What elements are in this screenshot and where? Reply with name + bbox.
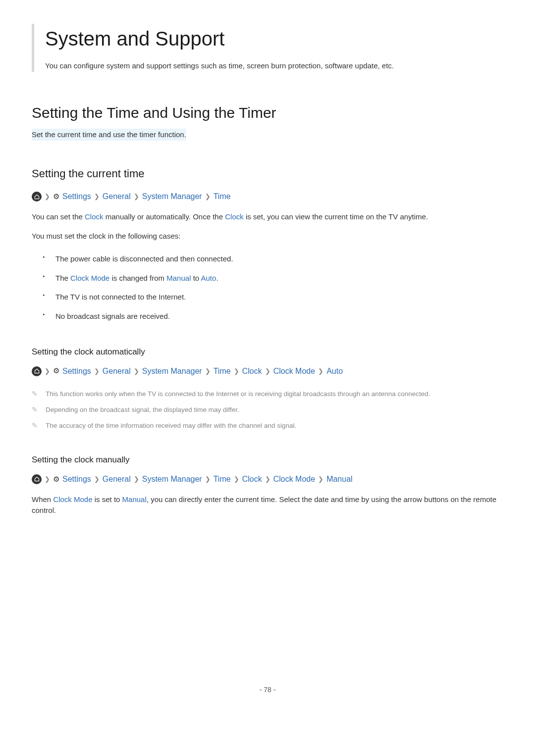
breadcrumb-system-manager[interactable]: System Manager: [142, 191, 202, 202]
chevron-right-icon: ❯: [205, 192, 211, 202]
breadcrumb-settings[interactable]: Settings: [62, 191, 91, 202]
text: manually or automatically. Once the: [104, 212, 225, 221]
note-icon: ✎: [32, 405, 38, 415]
breadcrumb-general[interactable]: General: [103, 365, 131, 377]
note: ✎ The accuracy of the time information r…: [32, 418, 503, 434]
paragraph: You can set the Clock manually or automa…: [32, 211, 503, 223]
breadcrumb-auto[interactable]: Auto: [326, 365, 343, 377]
chevron-right-icon: ❯: [134, 474, 139, 484]
chevron-right-icon: ❯: [205, 474, 211, 484]
gear-icon: ⚙: [53, 191, 59, 202]
page-number: - 78 -: [32, 685, 503, 695]
term-manual: Manual: [122, 495, 147, 504]
breadcrumb-settings[interactable]: Settings: [62, 365, 91, 377]
bullet-list: The power cable is disconnected and then…: [32, 250, 503, 326]
chevron-right-icon: ❯: [134, 366, 139, 376]
chevron-right-icon: ❯: [265, 366, 270, 376]
note-icon: ✎: [32, 421, 38, 431]
term-clock: Clock: [225, 212, 244, 221]
paragraph: When Clock Mode is set to Manual, you ca…: [32, 494, 503, 516]
term-manual: Manual: [166, 274, 191, 282]
text: is changed from: [109, 274, 166, 282]
text: You can set the: [32, 212, 85, 221]
term-clock: Clock: [85, 212, 104, 221]
breadcrumb-clock-mode[interactable]: Clock Mode: [273, 365, 315, 377]
term-clock-mode: Clock Mode: [53, 495, 92, 504]
breadcrumb-2: ❯ ⚙ Settings ❯ General ❯ System Manager …: [32, 365, 503, 377]
section-summary: Set the current time and use the timer f…: [32, 129, 186, 141]
home-icon: [32, 474, 42, 484]
text: to: [191, 274, 201, 282]
breadcrumb-clock[interactable]: Clock: [242, 473, 262, 485]
term-clock-mode: Clock Mode: [70, 274, 109, 282]
title-block: System and Support You can configure sys…: [32, 24, 503, 72]
chevron-right-icon: ❯: [318, 474, 323, 484]
text: is set, you can view the current time on…: [244, 212, 428, 221]
breadcrumb-system-manager[interactable]: System Manager: [142, 365, 202, 377]
chevron-right-icon: ❯: [45, 474, 50, 484]
breadcrumb-system-manager[interactable]: System Manager: [142, 473, 202, 485]
chevron-right-icon: ❯: [265, 474, 270, 484]
note-text: This function works only when the TV is …: [46, 389, 430, 399]
chevron-right-icon: ❯: [94, 366, 100, 376]
breadcrumb-time[interactable]: Time: [214, 365, 231, 377]
chevron-right-icon: ❯: [234, 474, 239, 484]
chevron-right-icon: ❯: [94, 474, 100, 484]
breadcrumb-1: ❯ ⚙ Settings ❯ General ❯ System Manager …: [32, 191, 503, 202]
home-icon: [32, 192, 42, 202]
home-icon: [32, 366, 42, 376]
term-auto: Auto: [201, 274, 216, 282]
chevron-right-icon: ❯: [45, 192, 50, 202]
text: The: [55, 274, 70, 282]
page-title: System and Support: [45, 24, 503, 53]
list-item: The Clock Mode is changed from Manual to…: [48, 269, 503, 288]
gear-icon: ⚙: [53, 365, 59, 377]
breadcrumb-3: ❯ ⚙ Settings ❯ General ❯ System Manager …: [32, 473, 503, 485]
chevron-right-icon: ❯: [45, 366, 50, 376]
list-item: The TV is not connected to the Internet.: [48, 288, 503, 307]
text: When: [32, 495, 53, 504]
text: is set to: [93, 495, 122, 504]
breadcrumb-settings[interactable]: Settings: [62, 473, 91, 485]
list-item: No broadcast signals are received.: [48, 307, 503, 326]
subsubsection-heading: Setting the clock automatically: [32, 346, 503, 358]
chevron-right-icon: ❯: [205, 366, 211, 376]
breadcrumb-time[interactable]: Time: [214, 191, 231, 202]
chevron-right-icon: ❯: [94, 192, 100, 202]
list-item: The power cable is disconnected and then…: [48, 250, 503, 269]
chevron-right-icon: ❯: [234, 366, 239, 376]
note-text: Depending on the broadcast signal, the d…: [46, 405, 239, 415]
note: ✎ This function works only when the TV i…: [32, 386, 503, 402]
breadcrumb-general[interactable]: General: [103, 191, 131, 202]
text: .: [216, 274, 218, 282]
page-subtitle: You can configure system and support set…: [45, 60, 503, 72]
section-heading: Setting the Time and Using the Timer: [32, 101, 503, 124]
chevron-right-icon: ❯: [134, 192, 139, 202]
breadcrumb-clock[interactable]: Clock: [242, 365, 262, 377]
subsubsection-heading: Setting the clock manually: [32, 454, 503, 466]
breadcrumb-time[interactable]: Time: [214, 473, 231, 485]
note: ✎ Depending on the broadcast signal, the…: [32, 402, 503, 418]
note-text: The accuracy of the time information rec…: [46, 421, 296, 431]
chevron-right-icon: ❯: [318, 366, 323, 376]
breadcrumb-general[interactable]: General: [103, 473, 131, 485]
gear-icon: ⚙: [53, 474, 59, 485]
breadcrumb-clock-mode[interactable]: Clock Mode: [273, 473, 315, 485]
subsection-heading: Setting the current time: [32, 165, 503, 182]
breadcrumb-manual[interactable]: Manual: [326, 473, 352, 485]
note-icon: ✎: [32, 389, 38, 399]
paragraph: You must set the clock in the following …: [32, 231, 503, 242]
